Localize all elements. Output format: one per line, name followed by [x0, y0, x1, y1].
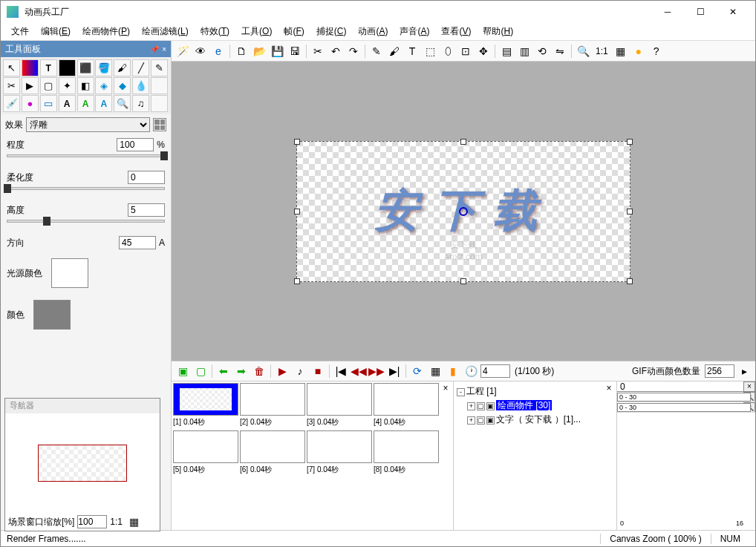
menu-filters[interactable]: 绘画滤镜(L): [137, 24, 193, 39]
tb-flip-icon[interactable]: ⇋: [552, 43, 568, 59]
tool-brush[interactable]: 🖌: [114, 59, 131, 76]
grid-icon[interactable]: [153, 118, 166, 131]
tool-bucket[interactable]: 🪣: [95, 59, 112, 76]
canvas-area[interactable]: 安下载 安下载 anxz.com: [172, 62, 755, 361]
tb-pencil-icon[interactable]: ✎: [368, 43, 385, 59]
frame-1[interactable]: [1] 0.04秒: [173, 383, 238, 429]
tb-eye-icon[interactable]: 👁: [192, 43, 209, 59]
tb-help-icon[interactable]: ?: [648, 43, 665, 59]
tb-brush-icon[interactable]: 🖌: [386, 43, 403, 59]
ft-green2-icon[interactable]: ▢: [192, 363, 209, 379]
tool-blank1[interactable]: [151, 77, 168, 94]
pin-icon[interactable]: 📌: [150, 45, 159, 53]
gif-colors-input[interactable]: [705, 364, 734, 378]
navigator-preview[interactable]: [5, 413, 160, 513]
tool-text[interactable]: T: [40, 59, 57, 76]
degree-slider[interactable]: [7, 154, 165, 157]
frame-8[interactable]: [8] 0.04秒: [374, 430, 439, 476]
light-color-swatch[interactable]: [51, 258, 88, 288]
tool-pen[interactable]: ✎: [151, 59, 168, 76]
tool-fill2[interactable]: ◆: [114, 77, 131, 94]
tool-shape[interactable]: ⬛: [77, 59, 94, 76]
tb-globe-icon[interactable]: e: [210, 43, 227, 59]
tool-zoom[interactable]: 🔍: [114, 95, 131, 112]
tool-eraser[interactable]: ◧: [77, 77, 94, 94]
frame-6[interactable]: [6] 0.04秒: [240, 430, 305, 476]
menu-edit[interactable]: 编辑(E): [36, 24, 75, 39]
frame-5[interactable]: [5] 0.04秒: [173, 430, 238, 476]
menu-frame[interactable]: 帧(F): [279, 24, 308, 39]
maximize-button[interactable]: ☐: [684, 1, 717, 22]
tb-open-icon[interactable]: 📂: [251, 43, 267, 59]
tb-save-icon[interactable]: 💾: [269, 43, 285, 59]
delay-input[interactable]: [480, 364, 510, 378]
tool-select[interactable]: ▶: [22, 77, 39, 94]
color-swatch[interactable]: [33, 300, 71, 330]
ft-last-icon[interactable]: ▶|: [386, 363, 403, 379]
tb-redo-icon[interactable]: ↷: [345, 43, 362, 59]
tb-select-icon[interactable]: ⬚: [422, 43, 438, 59]
height-input[interactable]: [128, 203, 165, 217]
menu-help[interactable]: 帮助(H): [478, 24, 518, 39]
tool-wand[interactable]: ✦: [59, 77, 76, 94]
ft-next-icon[interactable]: ➡: [233, 363, 250, 379]
frame-panel-close[interactable]: ×: [440, 383, 452, 395]
ft-green1-icon[interactable]: ▣: [175, 363, 191, 379]
ft-delete-icon[interactable]: 🗑: [251, 363, 267, 379]
menu-effects[interactable]: 特效(T): [196, 24, 234, 39]
tool-pointer[interactable]: ↖: [3, 59, 20, 76]
tb-lasso-icon[interactable]: ⬯: [440, 43, 456, 59]
tool-music[interactable]: ♫: [132, 95, 149, 112]
timeline-row-2[interactable]: 0 - 30: [617, 402, 755, 413]
direction-input[interactable]: [119, 236, 156, 249]
tb-new-icon[interactable]: 🗋: [233, 43, 250, 59]
tool-line[interactable]: ╱: [132, 59, 149, 76]
tb-undo-icon[interactable]: ↶: [328, 43, 344, 59]
close-button[interactable]: ✕: [717, 1, 749, 22]
tool-circle[interactable]: ●: [22, 95, 39, 112]
ft-first-icon[interactable]: |◀: [333, 363, 349, 379]
nav-zoom-input[interactable]: [77, 515, 107, 528]
canvas-object[interactable]: 安下载 安下载 anxz.com: [296, 141, 630, 282]
tb-layer2-icon[interactable]: ▥: [516, 43, 532, 59]
menu-capture[interactable]: 捕捉(C): [312, 24, 351, 39]
panel-close-icon[interactable]: ×: [162, 45, 166, 53]
center-mark-icon[interactable]: [459, 207, 468, 216]
ft-rew-icon[interactable]: ◀◀: [351, 363, 367, 379]
tool-gradient[interactable]: [22, 59, 39, 76]
menu-objects[interactable]: 绘画物件(P): [78, 24, 134, 39]
tool-text-a3[interactable]: A: [95, 95, 112, 112]
gif-colors-btn[interactable]: ▸: [736, 363, 752, 379]
tool-crop[interactable]: ✂: [3, 77, 20, 94]
ft-prev-icon[interactable]: ⬅: [215, 363, 232, 379]
ft-loop-icon[interactable]: ⟳: [409, 363, 426, 379]
tb-saveas-icon[interactable]: 🖫: [287, 43, 303, 59]
tool-rect[interactable]: ▢: [40, 77, 57, 94]
soft-input[interactable]: [128, 171, 165, 184]
ft-palette-icon[interactable]: ▦: [427, 363, 443, 379]
menu-sound[interactable]: 声音(A): [395, 24, 434, 39]
tool-blank2[interactable]: [151, 95, 168, 112]
ft-stop-icon[interactable]: ■: [310, 363, 326, 379]
soft-slider[interactable]: [7, 187, 165, 190]
menu-anim[interactable]: 动画(A): [353, 24, 392, 39]
minimize-button[interactable]: ─: [651, 1, 684, 22]
tool-eyedrop[interactable]: 💉: [3, 95, 20, 112]
tb-zoom-icon[interactable]: 🔍: [575, 43, 591, 59]
ft-clock-icon[interactable]: 🕐: [463, 363, 479, 379]
tb-crop-icon[interactable]: ⊡: [457, 43, 474, 59]
tree-panel-close[interactable]: ×: [603, 383, 615, 395]
height-slider[interactable]: [7, 220, 165, 223]
tool-rect-fill[interactable]: [59, 59, 76, 76]
ft-play-icon[interactable]: ▶: [274, 363, 290, 379]
menu-view[interactable]: 查看(V): [437, 24, 475, 39]
tree-root[interactable]: -工程 [1]: [457, 384, 613, 399]
degree-input[interactable]: [117, 138, 154, 151]
tb-rotate-icon[interactable]: ⟲: [534, 43, 550, 59]
tool-blur[interactable]: 💧: [132, 77, 149, 94]
ft-sound-icon[interactable]: ♪: [292, 363, 308, 379]
tb-cut-icon[interactable]: ✂: [310, 43, 326, 59]
timeline-row-1[interactable]: 0 - 30: [617, 392, 755, 402]
ft-ff-icon[interactable]: ▶▶: [368, 363, 385, 379]
frame-2[interactable]: [2] 0.04秒: [240, 383, 305, 429]
